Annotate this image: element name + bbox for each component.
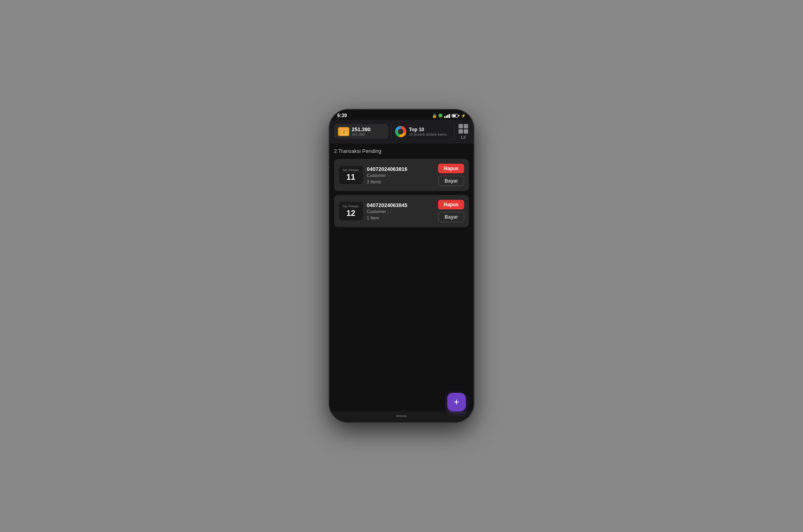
section-title: 2 Transaksi Pending [334, 148, 469, 154]
nav-back-indicator [396, 415, 407, 417]
top10-info: Top 10 10 produk terlaris kamu [409, 127, 446, 136]
lock-icon: 🔒 [432, 114, 437, 118]
wallet-card[interactable]: 💰 251.390 251.390 [334, 124, 388, 139]
header-li-label: Lil [461, 135, 466, 140]
grid-menu[interactable]: Lil [458, 123, 469, 140]
transaction-card-2: No Pesan 12 04072024063845 Customer : - … [334, 195, 469, 227]
battery-icon [452, 114, 459, 118]
bottom-nav-bar [329, 411, 474, 422]
transaction-info-1: 04072024063816 Customer : - 3 Items [367, 166, 434, 184]
transaction-customer-2: Customer : - [367, 209, 434, 214]
hapus-button-1[interactable]: Hapus [438, 164, 464, 173]
no-pesan-number-1: 11 [346, 172, 355, 182]
top10-card[interactable]: Top 10 10 produk terlaris kamu [395, 126, 451, 137]
hapus-button-2[interactable]: Hapus [438, 200, 464, 209]
top10-title: Top 10 [409, 127, 446, 132]
status-icons: 🔒 ⚡ [432, 113, 466, 118]
wallet-info: 251.390 251.390 [352, 126, 371, 136]
wallet-amount: 251.390 [352, 126, 371, 132]
no-pesan-label-1: No Pesan [343, 168, 359, 172]
header-divider2 [454, 124, 454, 139]
no-pesan-number-2: 12 [346, 208, 355, 218]
no-pesan-box-2: No Pesan 12 [339, 202, 363, 220]
bayar-button-1[interactable]: Bayar [438, 176, 464, 186]
transaction-id-2: 04072024063845 [367, 202, 434, 208]
transaction-customer-1: Customer : - [367, 173, 434, 178]
transaction-items-1: 3 Items [367, 179, 434, 184]
status-time: 6:39 [337, 113, 347, 118]
header-divider [391, 124, 392, 139]
donut-chart-icon [395, 126, 406, 137]
transaction-actions-1: Hapus Bayar [438, 164, 464, 186]
app-header: 💰 251.390 251.390 Top 10 10 produk terla… [329, 120, 474, 143]
signal-icon [444, 113, 450, 118]
notification-icon [438, 114, 442, 118]
transaction-items-2: 1 Item [367, 215, 434, 220]
phone-notch [377, 110, 426, 113]
bayar-button-2[interactable]: Bayar [438, 212, 464, 222]
transaction-info-2: 04072024063845 Customer : - 1 Item [367, 202, 434, 220]
content-area: 2 Transaksi Pending No Pesan 11 04072024… [329, 143, 474, 411]
grid-icon [458, 123, 469, 134]
phone-frame: 6:39 🔒 [329, 110, 474, 422]
charging-icon: ⚡ [461, 114, 466, 118]
wallet-sub: 251.390 [352, 132, 371, 136]
transaction-card-1: No Pesan 11 04072024063816 Customer : - … [334, 159, 469, 191]
wallet-icon: 💰 [338, 127, 349, 136]
no-pesan-box-1: No Pesan 11 [339, 166, 363, 184]
add-transaction-fab[interactable]: + [447, 393, 466, 411]
top10-sub: 10 produk terlaris kamu [409, 132, 446, 136]
transaction-id-1: 04072024063816 [367, 166, 434, 172]
transaction-actions-2: Hapus Bayar [438, 200, 464, 222]
phone-screen: 6:39 🔒 [329, 110, 474, 422]
no-pesan-label-2: No Pesan [343, 204, 359, 208]
